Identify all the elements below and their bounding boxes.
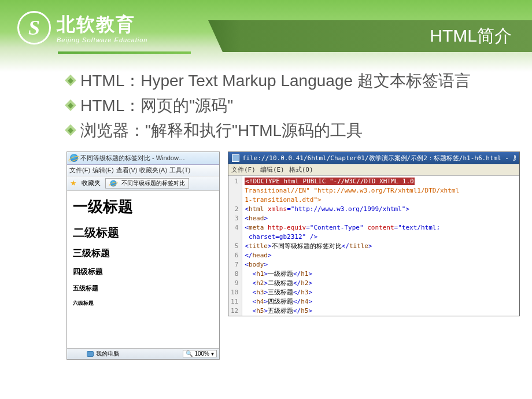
menu-fav[interactable]: 收藏夹(A) [139,166,167,175]
code-text: "Content-Type" [310,224,364,231]
chevron-down-icon: ▾ [211,350,214,357]
logo-en: Beijing Software Education [57,36,147,43]
line-num: 8 [231,269,238,279]
code-text: <!DOCTYPE html PUBLIC "-//W3C//DTD XHTML… [245,178,414,185]
line-num: 1 [231,177,238,186]
menu-edit[interactable]: 编辑(E) [93,166,114,175]
ie-icon [70,154,78,162]
line-gutter: 1 2 3 4 5 6 7 8 9 10 11 12 13 14 15 16 [228,176,242,316]
menu-file[interactable]: 文件(F) [69,166,90,175]
zoom-icon: 🔍 [186,350,193,357]
code-text: meta [249,224,264,231]
document-icon [232,154,239,162]
bullet-text: 浏览器："解释和执行"HTML源码的工具 [80,119,363,142]
editor-body: 1 2 3 4 5 6 7 8 9 10 11 12 13 14 15 16 [228,176,519,316]
code-text: charset=gb2312" [249,233,306,241]
code-text: 1-transitional.dtd"> [245,196,321,204]
logo-text: 北软教育 Beijing Software Education [57,12,147,43]
browser-menubar: 文件(F) 编辑(E) 查看(V) 收藏夹(A) 工具(T) [67,165,219,176]
code-text: 三级标题 [268,289,293,296]
diamond-icon [65,75,76,86]
editor-titlebar: file://10.0.0.41/6html/Chapter01/教学演示案例/… [228,152,519,164]
star-icon[interactable]: ★ [70,179,77,187]
code-text: 二级标题 [268,279,293,287]
logo-cn: 北软教育 [57,12,147,38]
editor-title-text: file://10.0.0.41/6html/Chapter01/教学演示案例/… [242,154,516,162]
editor-menu-format[interactable]: 格式(O) [289,165,313,174]
code-text: html [249,205,264,213]
menu-tools[interactable]: 工具(T) [169,166,190,175]
zoom-control[interactable]: 🔍 100% ▾ [183,350,217,357]
line-num: 7 [231,260,238,269]
tab-label: 不同等级标题的标签对比 [121,179,185,187]
rendered-h2: 二级标题 [73,225,213,241]
code-text: head [253,252,268,259]
line-num: 4 [231,223,238,232]
rendered-h1: 一级标题 [73,197,213,217]
logo: S 北软教育 Beijing Software Education [0,11,147,45]
fav-label[interactable]: 收藏夹 [82,179,101,187]
browser-viewport: 一级标题 二级标题 三级标题 四级标题 五级标题 六级标题 [67,191,219,348]
rendered-h3: 三级标题 [73,247,213,260]
code-text: "http://www.w3.org/1999/xhtml" [291,205,406,213]
editor-menu-edit[interactable]: 编辑(E) [260,165,285,174]
code-text: 一级标题 [268,270,293,278]
status-right: 🔍 100% ▾ [183,350,217,357]
code-area[interactable]: <!DOCTYPE html PUBLIC "-//W3C//DTD XHTML… [242,176,461,316]
bullet-item: HTML：Hyper Text Markup Language 超文本标签语言 [66,69,497,92]
code-text: 四级标题 [268,298,293,305]
bullet-item: 浏览器："解释和执行"HTML源码的工具 [66,119,497,142]
rendered-h5: 五级标题 [73,284,213,293]
menu-view[interactable]: 查看(V) [116,166,138,175]
code-text: body [249,261,264,268]
browser-titlebar: 不同等级标题的标签对比 - Window… [67,152,219,165]
code-text: title [249,242,268,250]
line-num: 2 [231,205,238,214]
code-text: xmlns [268,205,287,213]
status-left: 我的电脑 [69,350,119,358]
code-text: 五级标题 [268,307,293,315]
title-bar: HTML简介 [208,20,532,52]
status-computer: 我的电脑 [96,350,119,358]
editor-menubar: 文件(F) 编辑(E) 格式(O) [228,164,519,176]
slide-content: HTML：Hyper Text Markup Language 超文本标签语言 … [0,55,532,142]
browser-window: 不同等级标题的标签对比 - Window… 文件(F) 编辑(E) 查看(V) … [66,152,220,360]
line-num: 5 [231,242,238,251]
browser-title-text: 不同等级标题的标签对比 - Window… [80,154,216,162]
bullet-item: HTML：网页的"源码" [66,94,497,117]
rendered-h4: 四级标题 [73,267,213,277]
logo-underline [58,51,191,54]
code-text: content [367,224,394,231]
line-num: 10 [231,288,238,297]
slide-title: HTML简介 [430,24,512,48]
logo-circle-icon: S [17,11,51,45]
code-text: Transitional//EN" "http://www.w3.org/TR/… [245,187,459,194]
diamond-icon [65,124,76,136]
slide-header: S 北软教育 Beijing Software Education HTML简介 [0,0,532,55]
line-num: 9 [231,279,238,288]
diamond-icon [65,99,76,111]
browser-statusbar: 我的电脑 🔍 100% ▾ [67,348,219,359]
line-num: 3 [231,214,238,223]
code-text: head [249,215,264,222]
rendered-h6: 六级标题 [73,300,213,307]
source-editor-window: file://10.0.0.41/6html/Chapter01/教学演示案例/… [228,152,520,316]
computer-icon [87,351,94,357]
bullet-text: HTML：Hyper Text Markup Language 超文本标签语言 [80,69,471,92]
ie-icon [110,180,116,186]
line-num: 6 [231,251,238,260]
screenshots-row: 不同等级标题的标签对比 - Window… 文件(F) 编辑(E) 查看(V) … [0,145,532,360]
code-text: 不同等级标题的标签对比 [272,242,342,250]
code-text: http-equiv [268,224,306,231]
logo-letter: S [28,16,40,40]
code-text: "text/html; [398,224,440,231]
favorites-bar: ★ 收藏夹 不同等级标题的标签对比 [67,176,219,191]
line-num: 11 [231,297,238,306]
browser-tab[interactable]: 不同等级标题的标签对比 [105,178,189,189]
code-text: title [349,242,368,250]
line-num: 12 [231,306,238,316]
bullet-text: HTML：网页的"源码" [80,94,233,117]
editor-menu-file[interactable]: 文件(F) [231,165,256,174]
zoom-value: 100% [194,350,209,357]
